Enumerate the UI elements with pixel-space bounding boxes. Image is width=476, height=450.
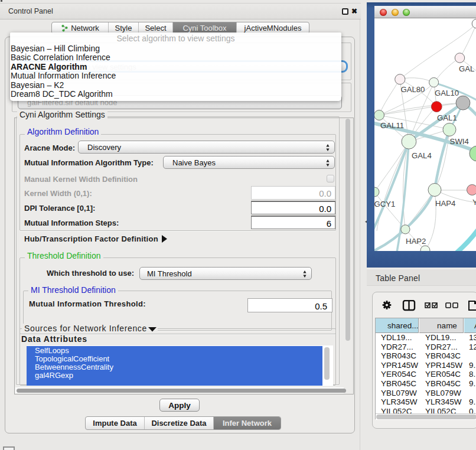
svg-text:Y: Y (472, 198, 476, 207)
svg-text:GAL10: GAL10 (435, 89, 459, 97)
svg-text:SWI4: SWI4 (450, 137, 469, 146)
svg-text:GCY1: GCY1 (374, 200, 395, 208)
svg-text:GAL1: GAL1 (437, 113, 457, 122)
svg-text:GAL11: GAL11 (380, 121, 404, 130)
svg-text:GAL4: GAL4 (412, 151, 432, 160)
svg-text:HAP4: HAP4 (435, 199, 455, 208)
svg-text:GAL: GAL (459, 64, 474, 73)
svg-text:HAP2: HAP2 (406, 237, 426, 246)
svg-text:GAL80: GAL80 (400, 85, 425, 94)
